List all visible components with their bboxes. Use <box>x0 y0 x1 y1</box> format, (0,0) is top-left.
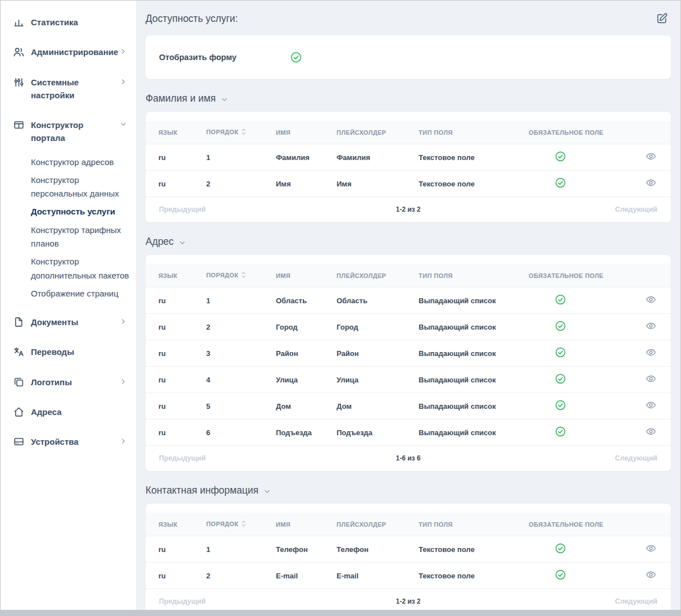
form-visibility-label: Отобразить форму <box>159 53 290 62</box>
cell-actions <box>597 340 671 367</box>
sort-icon[interactable] <box>241 128 246 136</box>
sidebar-item-logos[interactable]: Логотипы <box>12 367 130 397</box>
pagination-next[interactable]: Следующий <box>615 454 657 462</box>
sidebar-item-documents[interactable]: Документы <box>12 307 130 337</box>
cell-name: Фамилия <box>270 144 331 171</box>
eye-icon[interactable] <box>646 373 656 384</box>
cell-actions <box>597 367 671 393</box>
chevron-right-icon <box>120 435 127 445</box>
cell-required <box>523 419 597 446</box>
sidebar-item-addresses[interactable]: Адреса <box>12 397 130 427</box>
eye-icon[interactable] <box>646 151 656 162</box>
sidebar-subitem-personal-data-constructor[interactable]: Конструктор персональных данных <box>31 171 130 203</box>
pagination-prev[interactable]: Предыдущий <box>159 597 206 605</box>
sidebar-subitem-additional-packages-constructor[interactable]: Конструктор дополнительных пакетов <box>31 253 130 285</box>
sidebar-subitem-address-constructor[interactable]: Конструктор адресов <box>31 153 130 171</box>
edit-icon[interactable] <box>653 10 671 27</box>
column-header-order[interactable]: ПОРЯДОК <box>201 121 270 144</box>
cell-order: 1 <box>201 536 270 563</box>
pagination-prev[interactable]: Предыдущий <box>159 206 206 213</box>
cell-name: Город <box>270 314 331 340</box>
window-bottom-edge <box>0 610 681 616</box>
check-circle-icon <box>555 294 566 305</box>
eye-icon[interactable] <box>646 347 656 358</box>
column-header-order[interactable]: ПОРЯДОК <box>201 264 270 288</box>
columns-icon <box>13 118 25 131</box>
table-row: ru 2 Имя Имя Текстовое поле <box>146 171 671 197</box>
fields-table: ЯЗЫКПОРЯДОКИМЯПЛЕЙСХОЛДЕРТИП ПОЛЯОБЯЗАТЕ… <box>146 264 671 446</box>
fields-table-card: ЯЗЫКПОРЯДОКИМЯПЛЕЙСХОЛДЕРТИП ПОЛЯОБЯЗАТЕ… <box>146 112 671 222</box>
sidebar-subitem-service-availability[interactable]: Доступность услуги <box>31 203 130 221</box>
chevron-down-icon <box>120 118 127 128</box>
cell-name: Область <box>270 288 331 314</box>
column-header-name: ИМЯ <box>270 264 331 288</box>
document-icon <box>13 316 25 328</box>
cell-order: 1 <box>201 288 270 314</box>
pagination-info: 1-2 из 2 <box>396 206 420 213</box>
field-section: Контактная информация ЯЗЫКПОРЯДОКИМЯПЛЕЙ… <box>146 485 671 610</box>
pagination: Предыдущий 1-2 из 2 Следующий <box>146 197 671 222</box>
logos-icon <box>13 376 25 388</box>
column-header-required: ОБЯЗАТЕЛЬНОЕ ПОЛЕ <box>523 121 597 144</box>
column-header-order[interactable]: ПОРЯДОК <box>201 513 270 536</box>
cell-order: 3 <box>201 340 270 367</box>
pagination-info: 1-6 из 6 <box>396 454 420 462</box>
cell-placeholder: Город <box>331 314 413 340</box>
column-header-required: ОБЯЗАТЕЛЬНОЕ ПОЛЕ <box>523 264 597 288</box>
field-section: Адрес ЯЗЫКПОРЯДОКИМЯПЛЕЙСХОЛДЕРТИП ПОЛЯО… <box>146 236 671 471</box>
sidebar-item-statistics[interactable]: Статистика <box>12 7 130 37</box>
eye-icon[interactable] <box>646 177 656 188</box>
cell-actions <box>597 144 671 171</box>
pagination-prev[interactable]: Предыдущий <box>159 454 206 462</box>
sort-icon[interactable] <box>241 520 246 528</box>
column-header-lang: ЯЗЫК <box>146 513 201 536</box>
cell-type: Текстовое поле <box>413 563 523 589</box>
cell-placeholder: Область <box>331 288 413 314</box>
sidebar-item-administration[interactable]: Администрирование <box>12 37 130 67</box>
pagination-next[interactable]: Следующий <box>615 206 657 213</box>
eye-icon[interactable] <box>646 400 656 410</box>
cell-actions <box>597 563 671 589</box>
eye-icon[interactable] <box>646 543 656 554</box>
sidebar-item-system-settings[interactable]: Системные настройки <box>12 67 130 111</box>
cell-actions <box>597 393 671 419</box>
cell-type: Выпадающий список <box>413 314 523 340</box>
page-title: Доступность услуги: <box>146 10 238 25</box>
sliders-icon <box>13 76 25 88</box>
cell-lang: ru <box>146 144 201 171</box>
eye-icon[interactable] <box>646 294 656 305</box>
eye-icon[interactable] <box>646 569 656 580</box>
cell-required <box>523 314 597 340</box>
cell-lang: ru <box>146 288 201 314</box>
section-header[interactable]: Адрес <box>146 236 186 248</box>
sidebar-item-portal-constructor[interactable]: Конструктор портала <box>12 110 130 153</box>
section-header[interactable]: Фамилия и имя <box>146 93 228 104</box>
sidebar-subitem-tariff-plans-constructor[interactable]: Конструктор тарифных планов <box>31 221 130 253</box>
eye-icon[interactable] <box>646 426 656 437</box>
eye-icon[interactable] <box>646 321 656 331</box>
fields-table-card: ЯЗЫКПОРЯДОКИМЯПЛЕЙСХОЛДЕРТИП ПОЛЯОБЯЗАТЕ… <box>146 255 671 471</box>
sections-container: Фамилия и имя ЯЗЫКПОРЯДОКИМЯПЛЕЙСХОЛДЕРТ… <box>146 93 671 610</box>
cell-name: Улица <box>270 367 331 393</box>
check-circle-icon <box>555 177 566 188</box>
column-header-placeholder: ПЛЕЙСХОЛДЕР <box>331 513 413 536</box>
cell-name: E-mail <box>270 563 331 589</box>
sort-icon[interactable] <box>241 271 246 280</box>
cell-type: Выпадающий список <box>413 393 523 419</box>
cell-type: Выпадающий список <box>413 340 523 367</box>
main-content: Доступность услуги: Отобразить форму Фам… <box>136 1 680 610</box>
pagination-next[interactable]: Следующий <box>615 597 657 605</box>
sidebar-item-translations[interactable]: Переводы <box>12 337 130 367</box>
table-header-row: ЯЗЫКПОРЯДОКИМЯПЛЕЙСХОЛДЕРТИП ПОЛЯОБЯЗАТЕ… <box>146 121 671 144</box>
cell-actions <box>597 288 671 314</box>
cell-name: Телефон <box>270 536 331 563</box>
sidebar-item-devices[interactable]: Устройства <box>12 427 130 457</box>
table-row: ru 3 Район Район Выпадающий список <box>146 340 671 367</box>
cell-order: 5 <box>201 393 270 419</box>
fields-table: ЯЗЫКПОРЯДОКИМЯПЛЕЙСХОЛДЕРТИП ПОЛЯОБЯЗАТЕ… <box>146 513 671 589</box>
cell-placeholder: Район <box>331 340 413 367</box>
bar-chart-icon <box>13 16 25 28</box>
section-header[interactable]: Контактная информация <box>146 485 271 496</box>
sidebar-subitem-pages-display[interactable]: Отображение страниц <box>31 285 130 303</box>
cell-name: Район <box>270 340 331 367</box>
